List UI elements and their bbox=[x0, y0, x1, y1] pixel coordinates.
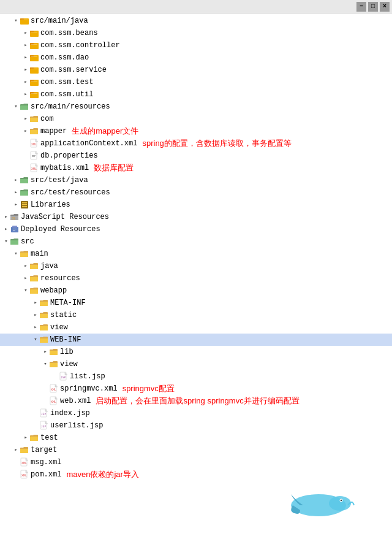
svg-rect-2 bbox=[21, 20, 28, 20]
tree-item[interactable]: XMLpom.xmlmaven依赖的jar导入 bbox=[0, 468, 392, 481]
pkg-icon bbox=[29, 28, 39, 38]
tree-item[interactable]: XMLspringmvc.xmlspringmvc配置 bbox=[0, 383, 392, 395]
tree-expand-arrow[interactable] bbox=[12, 189, 20, 196]
tree-expand-arrow[interactable] bbox=[32, 336, 39, 343]
xml-icon: XML bbox=[29, 139, 39, 148]
tree-item[interactable]: JSPuserlist.jsp bbox=[0, 419, 392, 432]
svg-rect-8 bbox=[31, 44, 37, 45]
tree-item-label: view bbox=[60, 360, 78, 369]
tree-item[interactable]: XMLmsg.xml bbox=[0, 456, 392, 468]
tree-item-label: src bbox=[21, 237, 34, 246]
maximize-icon[interactable]: □ bbox=[368, 2, 378, 12]
tree-expand-arrow[interactable] bbox=[2, 226, 10, 233]
folder-icon bbox=[29, 286, 39, 296]
tree-item[interactable]: JSPindex.jsp bbox=[0, 407, 392, 419]
tree-item[interactable]: src/main/java bbox=[0, 15, 392, 27]
close-icon[interactable]: × bbox=[380, 2, 390, 12]
tree-item[interactable]: com.ssm.service bbox=[0, 64, 392, 76]
folder-icon bbox=[39, 310, 49, 320]
tree-item[interactable]: main bbox=[0, 248, 392, 260]
xml-icon: XML bbox=[20, 470, 29, 479]
tree-expand-arrow[interactable] bbox=[2, 213, 10, 221]
tree-item[interactable]: XMLapplicationContext.xmlspring的配置，含数据库读… bbox=[0, 137, 392, 150]
xml-icon: XML bbox=[49, 384, 59, 394]
tree-item-label: resources bbox=[40, 274, 80, 283]
svg-rect-36 bbox=[13, 230, 15, 231]
tree-item[interactable]: Deployed Resources bbox=[0, 223, 392, 235]
tree-item[interactable]: test bbox=[0, 432, 392, 444]
tree-item[interactable]: com.ssm.dao bbox=[0, 52, 392, 64]
tree-expand-arrow[interactable] bbox=[22, 275, 29, 282]
tree-expand-arrow[interactable] bbox=[32, 299, 39, 307]
tree-expand-arrow[interactable] bbox=[12, 250, 20, 258]
tree-expand-arrow[interactable] bbox=[22, 115, 29, 123]
tree-item-label: com.ssm.controller bbox=[40, 41, 120, 50]
jsp-icon: JSP bbox=[59, 372, 69, 381]
tree-expand-arrow[interactable] bbox=[12, 177, 20, 184]
tree-expand-arrow[interactable] bbox=[22, 66, 29, 74]
srcf-icon bbox=[20, 175, 29, 185]
panel-header: − □ × bbox=[0, 0, 392, 13]
tree-item[interactable]: src/main/resources bbox=[0, 101, 392, 113]
tree-expand-arrow[interactable] bbox=[32, 324, 39, 331]
tree-expand-arrow[interactable] bbox=[12, 17, 20, 25]
tree-item-label: META-INF bbox=[50, 299, 86, 307]
tree-item[interactable]: WEB-INF bbox=[0, 334, 392, 346]
tree-item[interactable]: com.ssm.controller bbox=[0, 39, 392, 52]
tree-item[interactable]: Libraries bbox=[0, 199, 392, 211]
svg-rect-20 bbox=[31, 93, 37, 94]
tree-expand-arrow[interactable] bbox=[22, 42, 29, 49]
tree-item-label: com.ssm.service bbox=[40, 66, 107, 74]
tree-expand-arrow[interactable] bbox=[12, 201, 20, 208]
tree-item-label: main bbox=[31, 250, 48, 258]
tree-item[interactable]: com bbox=[0, 113, 392, 125]
tree-item-label: webapp bbox=[40, 286, 67, 295]
tree-item[interactable]: mapper生成的mapper文件 bbox=[0, 125, 392, 137]
pkg-icon bbox=[29, 65, 39, 75]
tree-expand-arrow[interactable] bbox=[22, 287, 29, 294]
tree-expand-arrow[interactable] bbox=[12, 446, 20, 454]
tree-item[interactable]: resources bbox=[0, 272, 392, 285]
tree-item-label: userlist.jsp bbox=[50, 421, 103, 430]
tree-item[interactable]: com.ssm.util bbox=[0, 88, 392, 101]
annotation-label: spring的配置，含数据库读取，事务配置等 bbox=[142, 138, 291, 149]
tree-expand-arrow[interactable] bbox=[22, 29, 29, 37]
tree-item-label: test bbox=[40, 434, 58, 442]
tree-item[interactable]: JSPlist.jsp bbox=[0, 370, 392, 383]
tree-expand-arrow[interactable] bbox=[12, 103, 20, 110]
tree-item-label: java bbox=[40, 262, 58, 270]
tree-expand-arrow[interactable] bbox=[42, 361, 49, 368]
tree-item[interactable]: src/test/java bbox=[0, 174, 392, 186]
tree-item[interactable]: webapp bbox=[0, 285, 392, 297]
tree-item[interactable]: META-INF bbox=[0, 297, 392, 309]
pkg-icon bbox=[29, 90, 39, 99]
tree-item[interactable]: target bbox=[0, 444, 392, 456]
xml-icon: XML bbox=[20, 457, 29, 467]
tree-expand-arrow[interactable] bbox=[42, 348, 49, 356]
tree-expand-arrow[interactable] bbox=[22, 434, 29, 441]
tree-item-label: Libraries bbox=[31, 201, 70, 209]
tree-item[interactable]: view bbox=[0, 358, 392, 370]
tree-item[interactable]: XMLmybatis.xml数据库配置 bbox=[0, 162, 392, 174]
tree-item[interactable]: XMLweb.xml启动配置，会在里面加载spring springmvc并进行… bbox=[0, 395, 392, 407]
tree-expand-arrow[interactable] bbox=[22, 262, 29, 270]
tree-expand-arrow[interactable] bbox=[32, 311, 39, 319]
svg-point-54 bbox=[341, 500, 342, 501]
tree-expand-arrow[interactable] bbox=[22, 128, 29, 135]
tree-item[interactable]: com.ssm.test bbox=[0, 76, 392, 88]
tree-expand-arrow[interactable] bbox=[22, 54, 29, 61]
tree-item[interactable]: src bbox=[0, 235, 392, 248]
tree-expand-arrow[interactable] bbox=[2, 238, 10, 245]
tree-item[interactable]: JSJavaScript Resources bbox=[0, 211, 392, 223]
tree-item[interactable]: com.ssm.beans bbox=[0, 27, 392, 39]
tree-expand-arrow[interactable] bbox=[22, 91, 29, 98]
tree-item[interactable]: lib bbox=[0, 346, 392, 358]
tree-item[interactable]: static bbox=[0, 309, 392, 321]
tree-item[interactable]: db.properties bbox=[0, 150, 392, 162]
tree-expand-arrow[interactable] bbox=[22, 78, 29, 86]
minimize-icon[interactable]: − bbox=[356, 2, 366, 12]
tree-item[interactable]: view bbox=[0, 321, 392, 334]
tree-item-label: Deployed Resources bbox=[21, 225, 100, 234]
tree-item[interactable]: java bbox=[0, 260, 392, 272]
tree-item[interactable]: src/test/resources bbox=[0, 186, 392, 199]
